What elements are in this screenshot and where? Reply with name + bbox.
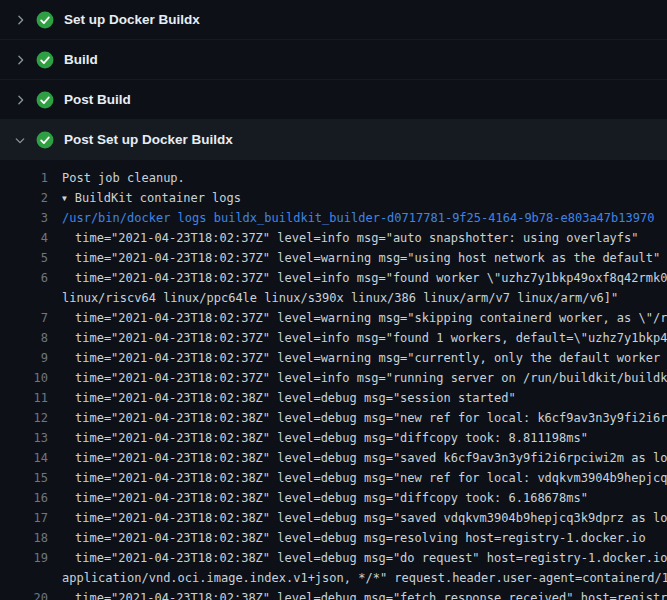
line-text: BuildKit container logs xyxy=(75,191,241,205)
line-text: time="2021-04-23T18:02:37Z" level=info m… xyxy=(75,331,667,345)
section-title: Post Set up Docker Buildx xyxy=(64,132,233,147)
log-line: 19 time="2021-04-23T18:02:38Z" level=deb… xyxy=(0,548,667,568)
section-title: Build xyxy=(64,52,98,67)
section-title: Post Build xyxy=(64,92,131,107)
log-section-header[interactable]: Post Build xyxy=(0,80,667,120)
line-text: time="2021-04-23T18:02:37Z" level=info m… xyxy=(75,231,639,245)
chevron-right-icon xyxy=(12,132,28,148)
log-line: 7 time="2021-04-23T18:02:37Z" level=warn… xyxy=(0,308,667,328)
chevron-right-icon xyxy=(12,92,28,108)
line-text-wrap: time="2021-04-23T18:02:38Z" level=debug … xyxy=(62,528,667,548)
line-number[interactable]: 10 xyxy=(0,368,48,388)
line-text-wrap: time="2021-04-23T18:02:37Z" level=warnin… xyxy=(62,248,667,268)
section-title: Set up Docker Buildx xyxy=(64,12,200,27)
log-section-header[interactable]: Post Set up Docker Buildx xyxy=(0,120,667,160)
line-number[interactable]: 15 xyxy=(0,468,48,488)
line-text: time="2021-04-23T18:02:38Z" level=debug … xyxy=(75,591,667,600)
line-number[interactable]: 5 xyxy=(0,248,48,268)
log-line: 20 time="2021-04-23T18:02:38Z" level=deb… xyxy=(0,588,667,600)
chevron-right-icon xyxy=(12,12,28,28)
line-text-wrap: ▼BuildKit container logs xyxy=(62,188,667,208)
log-line: 9 time="2021-04-23T18:02:37Z" level=warn… xyxy=(0,348,667,368)
check-circle-icon xyxy=(36,51,54,69)
line-number[interactable]: 8 xyxy=(0,328,48,348)
line-text: /usr/bin/docker logs buildx_buildkit_bui… xyxy=(62,211,654,225)
line-text-wrap: time="2021-04-23T18:02:38Z" level=debug … xyxy=(62,428,667,448)
log-line: 12 time="2021-04-23T18:02:38Z" level=deb… xyxy=(0,408,667,428)
log-line: 18 time="2021-04-23T18:02:38Z" level=deb… xyxy=(0,528,667,548)
line-number[interactable]: 14 xyxy=(0,448,48,468)
line-text-wrap: /usr/bin/docker logs buildx_buildkit_bui… xyxy=(62,208,667,228)
line-number[interactable]: 11 xyxy=(0,388,48,408)
line-number[interactable] xyxy=(0,288,48,308)
log-line: 3 /usr/bin/docker logs buildx_buildkit_b… xyxy=(0,208,667,228)
log-line: application/vnd.oci.image.index.v1+json,… xyxy=(0,568,667,588)
line-number[interactable]: 17 xyxy=(0,508,48,528)
line-text-wrap: time="2021-04-23T18:02:37Z" level=info m… xyxy=(62,368,667,388)
check-circle-icon xyxy=(36,131,54,149)
line-text: time="2021-04-23T18:02:38Z" level=debug … xyxy=(75,411,667,425)
log-line: 5 time="2021-04-23T18:02:37Z" level=warn… xyxy=(0,248,667,268)
line-text-wrap: time="2021-04-23T18:02:37Z" level=warnin… xyxy=(62,348,667,368)
chevron-right-icon xyxy=(12,52,28,68)
line-number[interactable]: 16 xyxy=(0,488,48,508)
line-text: time="2021-04-23T18:02:37Z" level=info m… xyxy=(75,271,667,285)
group-caret-icon[interactable]: ▼ xyxy=(62,189,67,208)
line-text: time="2021-04-23T18:02:38Z" level=debug … xyxy=(75,531,646,545)
line-text: application/vnd.oci.image.index.v1+json,… xyxy=(62,571,667,585)
log-line: 17 time="2021-04-23T18:02:38Z" level=deb… xyxy=(0,508,667,528)
line-text: time="2021-04-23T18:02:38Z" level=debug … xyxy=(75,391,516,405)
line-text: time="2021-04-23T18:02:38Z" level=debug … xyxy=(75,491,588,505)
log-line: 6 time="2021-04-23T18:02:37Z" level=info… xyxy=(0,268,667,288)
line-text-wrap: time="2021-04-23T18:02:38Z" level=debug … xyxy=(62,448,667,468)
line-text: time="2021-04-23T18:02:37Z" level=warnin… xyxy=(75,251,660,265)
log-lines: 1 Post job cleanup. 2 ▼BuildKit containe… xyxy=(0,160,667,600)
check-circle-icon xyxy=(36,11,54,29)
line-number[interactable]: 9 xyxy=(0,348,48,368)
line-text: time="2021-04-23T18:02:38Z" level=debug … xyxy=(75,431,588,445)
line-number[interactable]: 1 xyxy=(0,168,48,188)
line-text-wrap: application/vnd.oci.image.index.v1+json,… xyxy=(62,568,667,588)
log-line: 4 time="2021-04-23T18:02:37Z" level=info… xyxy=(0,228,667,248)
line-number[interactable]: 19 xyxy=(0,548,48,568)
line-text-wrap: time="2021-04-23T18:02:38Z" level=debug … xyxy=(62,488,667,508)
line-text: time="2021-04-23T18:02:37Z" level=warnin… xyxy=(75,351,667,365)
log-line: 2 ▼BuildKit container logs xyxy=(0,188,667,208)
line-text-wrap: time="2021-04-23T18:02:37Z" level=warnin… xyxy=(62,308,667,328)
line-number[interactable]: 13 xyxy=(0,428,48,448)
log-line: 13 time="2021-04-23T18:02:38Z" level=deb… xyxy=(0,428,667,448)
log-line: 15 time="2021-04-23T18:02:38Z" level=deb… xyxy=(0,468,667,488)
log-section-header[interactable]: Build xyxy=(0,40,667,80)
line-text: time="2021-04-23T18:02:37Z" level=warnin… xyxy=(75,311,667,325)
line-text-wrap: time="2021-04-23T18:02:38Z" level=debug … xyxy=(62,548,667,568)
line-text-wrap: time="2021-04-23T18:02:38Z" level=debug … xyxy=(62,508,667,528)
line-number[interactable]: 20 xyxy=(0,588,48,600)
line-number[interactable]: 2 xyxy=(0,188,48,208)
line-text: time="2021-04-23T18:02:38Z" level=debug … xyxy=(75,451,667,465)
line-text-wrap: time="2021-04-23T18:02:38Z" level=debug … xyxy=(62,408,667,428)
line-text-wrap: time="2021-04-23T18:02:37Z" level=info m… xyxy=(62,328,667,348)
check-circle-icon xyxy=(36,91,54,109)
line-number[interactable] xyxy=(0,568,48,588)
line-number[interactable]: 7 xyxy=(0,308,48,328)
line-number[interactable]: 18 xyxy=(0,528,48,548)
log-section-header[interactable]: Set up Docker Buildx xyxy=(0,0,667,40)
line-number[interactable]: 12 xyxy=(0,408,48,428)
log-line: 1 Post job cleanup. xyxy=(0,168,667,188)
line-text-wrap: time="2021-04-23T18:02:37Z" level=info m… xyxy=(62,268,667,288)
sections-list: Set up Docker Buildx Build P xyxy=(0,0,667,160)
line-text-wrap: time="2021-04-23T18:02:38Z" level=debug … xyxy=(62,388,667,408)
line-text: time="2021-04-23T18:02:37Z" level=info m… xyxy=(75,371,667,385)
line-text-wrap: time="2021-04-23T18:02:38Z" level=debug … xyxy=(62,588,667,600)
log-line: 14 time="2021-04-23T18:02:38Z" level=deb… xyxy=(0,448,667,468)
line-number[interactable]: 4 xyxy=(0,228,48,248)
line-text-wrap: time="2021-04-23T18:02:37Z" level=info m… xyxy=(62,228,667,248)
line-text-wrap: linux/riscv64 linux/ppc64le linux/s390x … xyxy=(62,288,667,308)
log-line: 10 time="2021-04-23T18:02:37Z" level=inf… xyxy=(0,368,667,388)
line-text: time="2021-04-23T18:02:38Z" level=debug … xyxy=(75,511,667,525)
log-line: 8 time="2021-04-23T18:02:37Z" level=info… xyxy=(0,328,667,348)
workflow-log-viewer: Set up Docker Buildx Build P xyxy=(0,0,667,600)
line-number[interactable]: 3 xyxy=(0,208,48,228)
line-text: time="2021-04-23T18:02:38Z" level=debug … xyxy=(75,471,667,485)
line-number[interactable]: 6 xyxy=(0,268,48,288)
